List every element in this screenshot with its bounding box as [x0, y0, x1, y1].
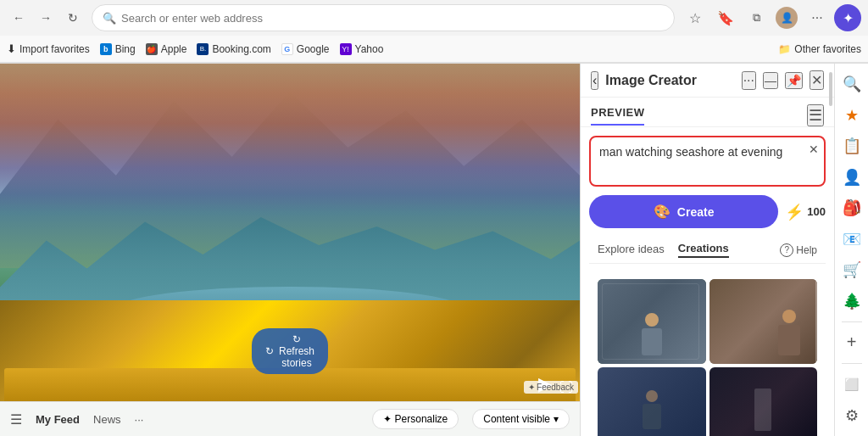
- generated-image-3[interactable]: [598, 367, 706, 436]
- chevron-down-icon: ▾: [554, 413, 559, 425]
- favorites-sidebar-button[interactable]: ★: [837, 101, 867, 128]
- sidebar-divider: [842, 321, 862, 322]
- search-sidebar-button[interactable]: 🔍: [837, 70, 867, 98]
- bing-label: Bing: [115, 43, 136, 55]
- fav-apple[interactable]: 🍎 Apple: [146, 43, 187, 55]
- generated-image-2[interactable]: [709, 279, 818, 364]
- bottom-bar: ☰ My Feed News ··· ✦ Personalize Content…: [0, 401, 580, 436]
- collections-sidebar-button[interactable]: 📋: [837, 132, 867, 159]
- image-nav-tabs: Explore ideas Creations ? Help: [589, 237, 826, 264]
- yahoo-label: Yahoo: [355, 43, 384, 55]
- image-creator-panel: ‹ Image Creator ··· — 📌 ✕ PREVIEW ☰ man …: [580, 64, 834, 436]
- create-icon: 🎨: [654, 204, 670, 220]
- panel-title: Image Creator: [605, 73, 734, 88]
- games-sidebar-button[interactable]: 🌲: [837, 287, 867, 314]
- panel-menu-button[interactable]: ···: [742, 71, 756, 90]
- news-tab[interactable]: News: [93, 413, 121, 426]
- refresh-stories-button[interactable]: ↻ ↻ Refresh stories: [252, 328, 328, 374]
- my-feed-tab[interactable]: My Feed: [36, 413, 80, 426]
- help-tab[interactable]: ? Help: [780, 243, 817, 257]
- refresh-label: ↻ Refresh stories: [279, 333, 314, 369]
- content-visible-label: Content visible: [483, 413, 550, 425]
- boost-count-display: ⚡ 100: [785, 203, 826, 221]
- generated-image-4[interactable]: [709, 367, 818, 436]
- panel-header: ‹ Image Creator ··· — 📌 ✕: [581, 64, 834, 98]
- folder-icon: 📁: [778, 43, 791, 55]
- profile-sidebar-button[interactable]: 👤: [837, 163, 867, 190]
- create-button[interactable]: 🎨 Create: [589, 195, 778, 228]
- profile-button[interactable]: 👤: [773, 4, 800, 31]
- back-button[interactable]: ←: [7, 6, 31, 30]
- favorites-bar: ⬇ Import favorites b Bing 🍎 Apple B. Boo…: [0, 36, 868, 63]
- apple-icon: 🍎: [146, 43, 158, 55]
- refresh-button[interactable]: ↻: [61, 6, 85, 30]
- nav-buttons: ← → ↻: [7, 6, 85, 30]
- boost-number: 100: [807, 205, 826, 218]
- copilot-button[interactable]: ✦: [834, 4, 861, 31]
- apple-label: Apple: [161, 43, 187, 55]
- favorites-star-button[interactable]: ☆: [682, 4, 709, 31]
- panel-back-button[interactable]: ‹: [591, 71, 598, 90]
- google-icon: G: [281, 43, 293, 55]
- forward-button[interactable]: →: [34, 6, 58, 30]
- settings-sidebar-button[interactable]: ⚙: [837, 402, 867, 429]
- clear-prompt-button[interactable]: ✕: [809, 143, 819, 156]
- sidebar-divider-2: [842, 363, 862, 364]
- help-label: Help: [796, 244, 817, 256]
- more-options-button[interactable]: ···: [135, 413, 144, 426]
- extension-sidebar-button[interactable]: 🎒: [837, 194, 867, 221]
- bing-icon: b: [100, 43, 112, 55]
- generated-image-1[interactable]: [598, 279, 706, 364]
- add-sidebar-button[interactable]: +: [837, 329, 867, 356]
- feed-content: ↻ ↻ Refresh stories: [0, 300, 580, 402]
- creations-tab[interactable]: Creations: [678, 242, 729, 258]
- panel-pin-button[interactable]: 📌: [785, 72, 803, 89]
- panel-tabs-menu-button[interactable]: ☰: [807, 104, 824, 126]
- personalize-button[interactable]: ✦ Personalize: [372, 409, 459, 429]
- collections-button[interactable]: 🔖: [712, 4, 739, 31]
- preview-tab[interactable]: PREVIEW: [591, 106, 644, 126]
- create-section: 🎨 Create ⚡ 100: [589, 195, 826, 228]
- address-input[interactable]: [121, 12, 664, 25]
- search-icon: 🔍: [103, 12, 116, 25]
- explore-ideas-tab[interactable]: Explore ideas: [598, 243, 665, 257]
- feedback-icon: ✦: [528, 383, 535, 392]
- main-content: 🔔 7 ⚙ ⋮⋮⋮ 🔍 🎤 ⊡ P Tech News: [0, 64, 868, 436]
- panel-close-button[interactable]: ✕: [810, 70, 824, 90]
- other-favorites[interactable]: 📁 Other favorites: [778, 43, 861, 55]
- import-icon: ⬇: [7, 42, 16, 55]
- more-button[interactable]: ···: [804, 4, 831, 31]
- address-bar[interactable]: 🔍: [92, 4, 675, 31]
- feedback-label: Feedback: [537, 383, 574, 392]
- split-screen-button[interactable]: ⧉: [743, 4, 770, 31]
- panel-body: man watching seashore at evening ✕ 🎨 Cre…: [581, 127, 834, 436]
- toolbar-actions: ☆ 🔖 ⧉ 👤 ··· ✦: [682, 4, 861, 31]
- shopping-sidebar-button[interactable]: 🛒: [837, 256, 867, 283]
- fav-bing[interactable]: b Bing: [100, 43, 136, 55]
- window-layout-button[interactable]: ⬜: [837, 371, 867, 398]
- refresh-icon: ↻: [265, 345, 274, 357]
- import-label: Import favorites: [19, 43, 90, 55]
- fav-yahoo[interactable]: Y! Yahoo: [340, 43, 384, 55]
- import-favorites[interactable]: ⬇ Import favorites: [7, 42, 90, 55]
- google-label: Google: [297, 43, 330, 55]
- other-favorites-label: Other favorites: [794, 43, 861, 55]
- panel-tabs: PREVIEW ☰: [581, 98, 834, 127]
- fav-google[interactable]: G Google: [281, 43, 330, 55]
- outlook-sidebar-button[interactable]: 📧: [837, 225, 867, 252]
- booking-icon: B.: [197, 43, 209, 55]
- help-circle-icon: ?: [780, 243, 793, 257]
- create-label: Create: [677, 205, 715, 219]
- browser-chrome: ← → ↻ 🔍 ☆ 🔖 ⧉ 👤 ··· ✦ ⬇ Import favorites…: [0, 0, 868, 64]
- fav-booking[interactable]: B. Booking.com: [197, 43, 270, 55]
- browser-toolbar: ← → ↻ 🔍 ☆ 🔖 ⧉ 👤 ··· ✦: [0, 0, 868, 36]
- right-sidebar: 🔍 ★ 📋 👤 🎒 📧 🛒 🌲 + ⬜ ⚙: [834, 64, 868, 436]
- prompt-text: man watching seashore at evening: [599, 145, 782, 159]
- prompt-container: man watching seashore at evening ✕: [589, 136, 826, 187]
- feedback-button[interactable]: ✦ Feedback: [524, 381, 578, 394]
- panel-minimize-button[interactable]: —: [763, 72, 778, 89]
- image-grid: [589, 272, 826, 436]
- yahoo-icon: Y!: [340, 43, 352, 55]
- hamburger-icon[interactable]: ☰: [10, 411, 22, 428]
- content-visible-button[interactable]: Content visible ▾: [472, 409, 570, 429]
